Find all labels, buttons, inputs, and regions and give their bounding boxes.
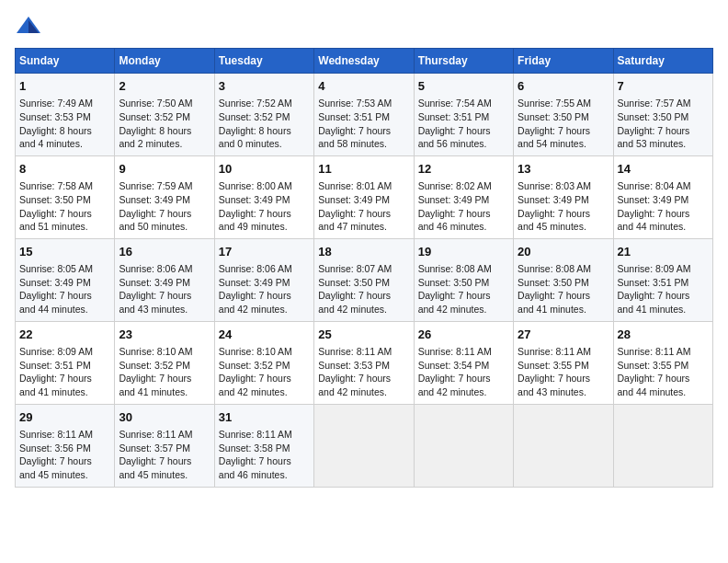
calendar-cell: 18Sunrise: 8:07 AMSunset: 3:50 PMDayligh…: [314, 238, 414, 321]
calendar-cell: 10Sunrise: 8:00 AMSunset: 3:49 PMDayligh…: [214, 155, 313, 238]
day-info-line: and 45 minutes.: [19, 468, 110, 482]
day-info-line: Sunrise: 8:08 AM: [418, 262, 509, 276]
day-info-line: Daylight: 7 hours: [618, 124, 709, 138]
day-info-line: and 46 minutes.: [418, 220, 509, 234]
day-info-line: Daylight: 7 hours: [19, 454, 110, 468]
calendar-cell: 9Sunrise: 7:59 AMSunset: 3:49 PMDaylight…: [115, 155, 214, 238]
day-number: 24: [219, 327, 310, 343]
weekday-header-sunday: Sunday: [16, 49, 115, 74]
day-info-line: Daylight: 7 hours: [418, 372, 509, 385]
day-info-line: and 53 minutes.: [618, 137, 709, 151]
day-info-line: and 45 minutes.: [518, 220, 609, 234]
day-info-line: Sunset: 3:50 PM: [518, 276, 609, 290]
day-info-line: Sunrise: 7:50 AM: [119, 97, 210, 110]
day-info-line: Sunset: 3:51 PM: [618, 276, 709, 290]
day-number: 18: [318, 244, 409, 260]
day-info-line: Sunrise: 8:10 AM: [219, 345, 310, 359]
calendar-week-3: 15Sunrise: 8:05 AMSunset: 3:49 PMDayligh…: [16, 238, 713, 321]
day-info-line: Daylight: 7 hours: [119, 207, 210, 221]
calendar-cell: 15Sunrise: 8:05 AMSunset: 3:49 PMDayligh…: [16, 238, 115, 321]
logo: [15, 15, 46, 37]
day-info-line: Daylight: 7 hours: [318, 372, 409, 385]
day-info-line: Sunset: 3:49 PM: [119, 193, 210, 207]
day-number: 30: [119, 409, 210, 426]
calendar-cell: 17Sunrise: 8:06 AMSunset: 3:49 PMDayligh…: [214, 238, 313, 321]
day-info-line: and 0 minutes.: [219, 137, 310, 151]
day-info-line: Sunrise: 8:11 AM: [418, 345, 509, 359]
day-info-line: Sunset: 3:50 PM: [19, 193, 110, 207]
day-info-line: Daylight: 7 hours: [618, 372, 709, 385]
day-info-line: Sunset: 3:54 PM: [418, 359, 509, 373]
day-info-line: Daylight: 7 hours: [19, 289, 110, 303]
day-number: 20: [518, 244, 609, 260]
day-info-line: Sunset: 3:52 PM: [119, 359, 210, 373]
day-info-line: Sunset: 3:51 PM: [19, 359, 110, 373]
day-info-line: Daylight: 7 hours: [219, 454, 310, 468]
weekday-header-friday: Friday: [514, 49, 613, 74]
day-number: 21: [618, 244, 709, 260]
day-info-line: Sunrise: 8:11 AM: [219, 428, 310, 442]
day-info-line: and 44 minutes.: [618, 220, 709, 234]
calendar-week-2: 8Sunrise: 7:58 AMSunset: 3:50 PMDaylight…: [16, 155, 713, 238]
day-info-line: Sunset: 3:49 PM: [418, 193, 509, 207]
day-info-line: Sunset: 3:58 PM: [219, 442, 310, 455]
weekday-header-monday: Monday: [115, 49, 214, 74]
day-info-line: Daylight: 7 hours: [418, 207, 509, 221]
day-info-line: Sunset: 3:55 PM: [618, 359, 709, 373]
day-number: 23: [119, 327, 210, 343]
calendar-cell: 27Sunrise: 8:11 AMSunset: 3:55 PMDayligh…: [514, 321, 613, 404]
calendar-table: SundayMondayTuesdayWednesdayThursdayFrid…: [15, 48, 713, 488]
calendar-cell: 11Sunrise: 8:01 AMSunset: 3:49 PMDayligh…: [314, 155, 414, 238]
day-info-line: Sunset: 3:52 PM: [219, 110, 310, 124]
day-info-line: Sunset: 3:49 PM: [219, 276, 310, 290]
calendar-cell: 23Sunrise: 8:10 AMSunset: 3:52 PMDayligh…: [115, 321, 214, 404]
day-info-line: and 42 minutes.: [219, 303, 310, 316]
day-info-line: Sunrise: 7:49 AM: [19, 97, 110, 110]
day-info-line: Sunrise: 7:59 AM: [119, 179, 210, 193]
day-info-line: Sunset: 3:57 PM: [119, 442, 210, 455]
day-info-line: Sunrise: 8:11 AM: [318, 345, 409, 359]
day-info-line: and 44 minutes.: [19, 303, 110, 316]
calendar-cell: 19Sunrise: 8:08 AMSunset: 3:50 PMDayligh…: [414, 238, 513, 321]
day-info-line: and 41 minutes.: [518, 303, 609, 316]
calendar-cell: 24Sunrise: 8:10 AMSunset: 3:52 PMDayligh…: [214, 321, 313, 404]
day-info-line: Sunrise: 8:04 AM: [618, 179, 709, 193]
day-info-line: Sunset: 3:52 PM: [219, 359, 310, 373]
calendar-week-4: 22Sunrise: 8:09 AMSunset: 3:51 PMDayligh…: [16, 321, 713, 404]
calendar-week-1: 1Sunrise: 7:49 AMSunset: 3:53 PMDaylight…: [16, 74, 713, 156]
calendar-cell: 1Sunrise: 7:49 AMSunset: 3:53 PMDaylight…: [16, 74, 115, 156]
day-info-line: Sunrise: 8:09 AM: [618, 262, 709, 276]
day-info-line: and 41 minutes.: [19, 385, 110, 399]
calendar-cell: 29Sunrise: 8:11 AMSunset: 3:56 PMDayligh…: [16, 404, 115, 487]
day-info-line: Sunrise: 8:08 AM: [518, 262, 609, 276]
day-info-line: Sunrise: 7:53 AM: [318, 97, 409, 110]
day-info-line: Sunrise: 8:06 AM: [219, 262, 310, 276]
calendar-header: SundayMondayTuesdayWednesdayThursdayFrid…: [16, 49, 713, 74]
day-info-line: Daylight: 7 hours: [219, 372, 310, 385]
day-info-line: and 42 minutes.: [318, 385, 409, 399]
day-info-line: Sunset: 3:49 PM: [119, 276, 210, 290]
day-number: 19: [418, 244, 509, 260]
day-info-line: and 2 minutes.: [119, 137, 210, 151]
calendar-cell: [314, 404, 414, 487]
day-info-line: Sunrise: 8:05 AM: [19, 262, 110, 276]
day-info-line: Sunrise: 7:57 AM: [618, 97, 709, 110]
day-number: 13: [518, 161, 609, 178]
day-info-line: Sunset: 3:56 PM: [19, 442, 110, 455]
day-info-line: Daylight: 7 hours: [119, 289, 210, 303]
day-info-line: Daylight: 7 hours: [219, 289, 310, 303]
day-number: 10: [219, 161, 310, 178]
calendar-cell: [414, 404, 513, 487]
day-info-line: Sunrise: 7:55 AM: [518, 97, 609, 110]
weekday-header-tuesday: Tuesday: [214, 49, 313, 74]
day-info-line: Sunrise: 7:58 AM: [19, 179, 110, 193]
day-info-line: Daylight: 7 hours: [19, 372, 110, 385]
day-number: 14: [618, 161, 709, 178]
day-number: 26: [418, 327, 509, 343]
calendar-week-5: 29Sunrise: 8:11 AMSunset: 3:56 PMDayligh…: [16, 404, 713, 487]
day-info-line: and 54 minutes.: [518, 137, 609, 151]
day-number: 9: [119, 161, 210, 178]
day-info-line: Sunrise: 7:54 AM: [418, 97, 509, 110]
calendar-cell: 13Sunrise: 8:03 AMSunset: 3:49 PMDayligh…: [514, 155, 613, 238]
calendar-cell: 3Sunrise: 7:52 AMSunset: 3:52 PMDaylight…: [214, 74, 313, 156]
